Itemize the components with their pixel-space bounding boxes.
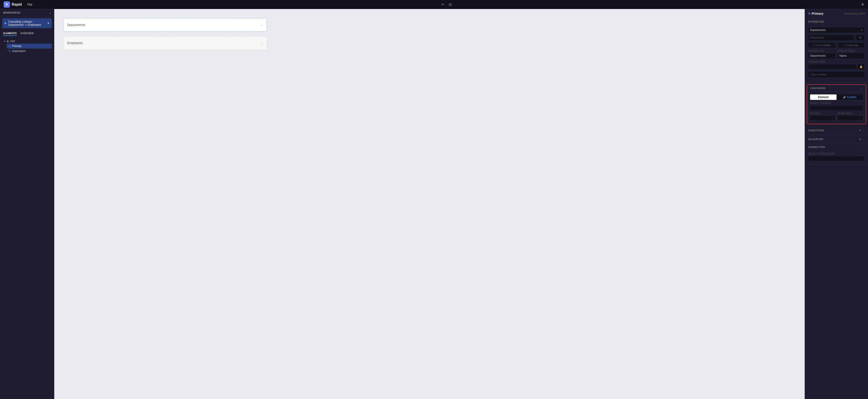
tab-close-button[interactable]: ✕ bbox=[47, 22, 50, 25]
select-element-input[interactable]: ⌄ bbox=[810, 105, 863, 110]
cascading-toggle: Element 🔗 Custom bbox=[810, 94, 863, 100]
logo-text: Rapid bbox=[12, 2, 22, 6]
validation-arrow-icon[interactable]: ⌄ bbox=[863, 138, 865, 140]
tree-expand-icon[interactable]: ▾ bbox=[4, 40, 5, 42]
attributes-arrow-icon[interactable]: ⌄ bbox=[863, 21, 865, 23]
connection-arrow-icon[interactable]: ⌄ bbox=[863, 146, 865, 148]
panel-title: Primary bbox=[812, 12, 824, 15]
tree-dependant[interactable]: ⊙ Dependant bbox=[7, 48, 52, 54]
root-label: root bbox=[10, 39, 15, 43]
conditions-title: CONDITIONS bbox=[808, 129, 824, 132]
tree-root[interactable]: ▾ ▣ root bbox=[2, 39, 52, 44]
panel-subtitle: Input.Lookup_IT6V8 bbox=[844, 12, 865, 15]
placeholder-num[interactable]: 0 bbox=[856, 35, 865, 41]
attributes-body: Departments ✕ Placeholder 0 ⊘ bbox=[805, 25, 868, 82]
panel-title-container: ⊙ Primary bbox=[808, 12, 824, 15]
folder-icon: ▣ bbox=[6, 40, 9, 43]
lookup-field-arrow-icon[interactable]: ⌄ bbox=[861, 55, 863, 57]
select-connection-arrow-icon[interactable]: ⌄ bbox=[861, 157, 863, 160]
lookup-list-arrow-icon[interactable]: ⌄ bbox=[832, 55, 834, 57]
lookup-view-label: LOOKUP VIEW bbox=[808, 61, 865, 63]
lookup-field-label: LOOKUP FIELD bbox=[837, 50, 865, 52]
employees-field[interactable]: Employees ⌄ bbox=[63, 36, 267, 50]
tree-children: ⊙ Primary ⊙ Dependant bbox=[2, 44, 52, 54]
select-connection-label: SELECT CONNECTION bbox=[808, 153, 865, 155]
cascading-section: CASCADING ⌄ Element 🔗 Custom SELECT ELEM… bbox=[807, 84, 866, 124]
force-disable-button[interactable]: ⊘ Force disable bbox=[808, 42, 836, 48]
class-names-row: Class names bbox=[808, 71, 865, 78]
cascading-section-header[interactable]: CASCADING ⌄ bbox=[807, 85, 866, 92]
lookup-list-col: LOOKUP LIST Departments ⌄ bbox=[808, 50, 836, 59]
cascading-body: Element 🔗 Custom SELECT ELEMENT ⌄ TO FIE… bbox=[807, 92, 866, 124]
conditions-arrow-icon[interactable]: ⌄ bbox=[863, 129, 865, 132]
employees-dropdown-icon[interactable]: ⌄ bbox=[261, 41, 263, 44]
custom-button[interactable]: 🔗 Custom bbox=[837, 94, 863, 100]
force-hide-button[interactable]: ⊗ Force hide bbox=[837, 42, 865, 48]
to-field-arrow-icon[interactable]: ⌄ bbox=[832, 117, 833, 119]
sidebar-section-tabs: ELEMENTS OVERVIEW bbox=[0, 30, 54, 38]
workspace-header: WORKSPACE ⌄ bbox=[0, 9, 54, 16]
select-element-arrow-icon[interactable]: ⌄ bbox=[859, 107, 861, 109]
force-hide-label: Force hide bbox=[846, 44, 858, 46]
cascading-arrow-icon[interactable]: ⌄ bbox=[861, 87, 863, 90]
panel-header: ⊙ Primary Input.Lookup_IT6V8 bbox=[805, 9, 868, 18]
validation-title: VALIDATION bbox=[808, 138, 824, 140]
class-names-placeholder: Class names bbox=[811, 73, 826, 76]
to-field-col: TO FIELD ⌄ bbox=[810, 112, 835, 121]
tree-primary[interactable]: ⊙ Primary bbox=[7, 44, 52, 48]
lookup-list-label: LOOKUP LIST bbox=[808, 50, 836, 52]
departments-field[interactable]: Departments ⌄ bbox=[63, 18, 267, 32]
connection-section: CONNECTION ⌄ SELECT CONNECTION ⌄ bbox=[805, 144, 868, 164]
eye-icon[interactable]: ◎ bbox=[449, 2, 452, 6]
elements-tab[interactable]: ELEMENTS bbox=[3, 32, 17, 36]
placeholder-input[interactable]: Placeholder bbox=[808, 35, 854, 41]
overview-tab[interactable]: OVERVIEW bbox=[20, 32, 34, 36]
field-clear-icon[interactable]: ✕ bbox=[861, 29, 863, 32]
class-names-input[interactable]: Class names bbox=[808, 71, 865, 78]
to-from-divider bbox=[836, 117, 837, 121]
sidebar: WORKSPACE ⌄ Cascading Lookups - Departme… bbox=[0, 9, 54, 399]
field-name-input[interactable]: Departments ✕ bbox=[808, 27, 865, 33]
primary-label: Primary bbox=[12, 44, 22, 48]
field-name-value: Departments bbox=[810, 29, 861, 32]
element-button[interactable]: Element bbox=[810, 94, 837, 100]
attributes-section-header[interactable]: ATTRIBUTES ⌄ bbox=[805, 18, 868, 25]
select-connection-input[interactable]: ⌄ bbox=[808, 156, 865, 161]
validation-add-icon[interactable]: + bbox=[859, 137, 861, 141]
lookup-field-select[interactable]: Name ⌄ bbox=[837, 53, 865, 59]
sidebar-tab[interactable]: Cascading Lookups - Departments -> Emplo… bbox=[2, 18, 52, 28]
validation-section-header[interactable]: VALIDATION + ⌄ bbox=[805, 135, 868, 143]
lookup-view-input[interactable]: ⌄ bbox=[808, 64, 857, 69]
from-field-select[interactable]: ⌄ bbox=[837, 115, 863, 121]
scissors-icon[interactable]: ✂ bbox=[441, 2, 444, 6]
lookup-list-select[interactable]: Departments ⌄ bbox=[808, 53, 836, 59]
sun-icon[interactable]: ☀ bbox=[861, 2, 864, 7]
conditions-section-header[interactable]: CONDITIONS + ⌄ bbox=[805, 126, 868, 135]
workspace-arrow-icon[interactable]: ⌄ bbox=[49, 11, 51, 14]
connection-body: SELECT CONNECTION ⌄ bbox=[805, 151, 868, 164]
workspace-label: WORKSPACE bbox=[3, 11, 20, 14]
connection-title: CONNECTION bbox=[808, 146, 825, 148]
lookup-view-input-row: ⌄ 🔒 bbox=[808, 64, 865, 70]
file-menu[interactable]: File bbox=[27, 3, 32, 6]
departments-dropdown-icon[interactable]: ⌄ bbox=[261, 23, 263, 27]
lookup-view-lock-button[interactable]: 🔒 bbox=[857, 64, 865, 70]
conditions-add-icon[interactable]: + bbox=[859, 128, 861, 132]
conditions-actions: + ⌄ bbox=[859, 128, 865, 132]
lookup-view-row: LOOKUP VIEW ⌄ 🔒 bbox=[808, 61, 865, 70]
from-field-arrow-icon[interactable]: ⌄ bbox=[859, 117, 861, 119]
force-disable-label: Force disable bbox=[816, 44, 831, 46]
connection-section-header[interactable]: CONNECTION ⌄ bbox=[805, 144, 868, 151]
custom-icon: 🔗 bbox=[843, 96, 846, 99]
employees-label: Employees bbox=[67, 41, 83, 45]
dependant-label: Dependant bbox=[12, 49, 26, 53]
cascading-title: CASCADING bbox=[810, 87, 826, 90]
to-field-select[interactable]: ⌄ bbox=[810, 115, 835, 121]
attributes-title: ATTRIBUTES bbox=[808, 21, 824, 23]
lookup-view-arrow-icon[interactable]: ⌄ bbox=[852, 66, 855, 68]
validation-actions: + ⌄ bbox=[859, 137, 865, 141]
tab-dot-icon bbox=[4, 22, 6, 24]
tab-title: Cascading Lookups - Departments -> Emplo… bbox=[8, 20, 45, 27]
employees-field-group: Employees ⌄ bbox=[63, 36, 267, 50]
custom-label: Custom bbox=[847, 96, 856, 99]
